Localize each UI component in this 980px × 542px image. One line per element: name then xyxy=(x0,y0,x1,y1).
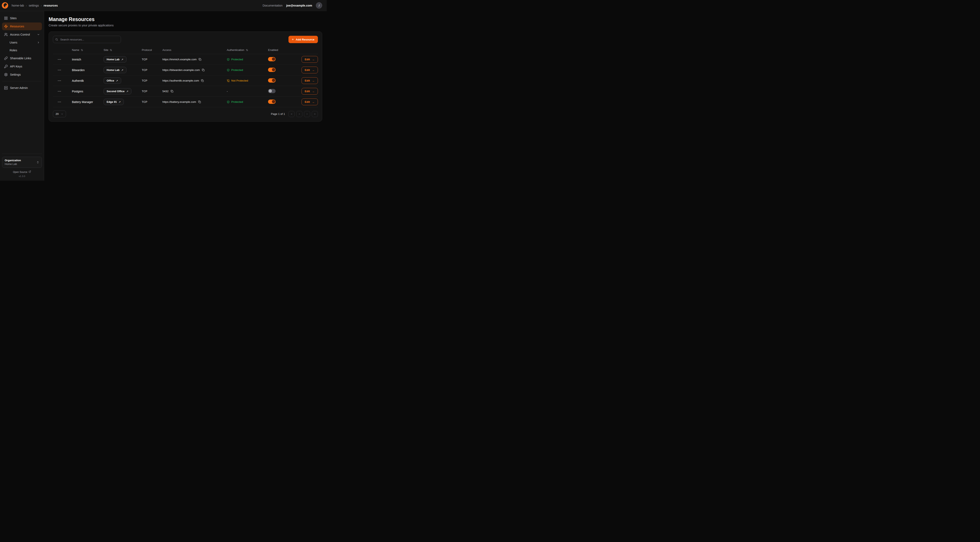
sidebar-item-users[interactable]: Users xyxy=(2,39,42,46)
copy-icon[interactable] xyxy=(199,58,201,61)
site-link-button[interactable]: Home Lab ↗ xyxy=(103,67,126,73)
sort-authentication-button[interactable] xyxy=(246,49,248,51)
page-size-select[interactable]: 20 xyxy=(53,110,66,117)
access-url: https://bitwarden.example.com xyxy=(162,69,200,72)
breadcrumb-org[interactable]: home-lab xyxy=(12,4,24,7)
organization-label: Organization xyxy=(5,159,21,162)
app-logo[interactable] xyxy=(2,2,8,9)
row-menu-button[interactable]: ⋯ xyxy=(53,57,72,61)
table-row: ⋯ Battery Manager Edge 01 ↗ TCP https://… xyxy=(53,97,318,107)
enabled-toggle[interactable] xyxy=(268,57,275,61)
column-header-name: Name xyxy=(72,48,103,51)
edit-button[interactable]: Edit → xyxy=(302,77,318,84)
search-box xyxy=(53,36,121,43)
copy-icon[interactable] xyxy=(201,79,204,82)
copy-icon[interactable] xyxy=(202,69,205,72)
avatar[interactable]: J xyxy=(316,2,322,9)
breadcrumb-separator: › xyxy=(41,4,42,7)
organization-selector[interactable]: Organization Home Lab xyxy=(2,157,42,168)
auth-status: Protected xyxy=(227,69,268,72)
resource-name: Postgres xyxy=(72,90,103,93)
pagination-controls xyxy=(288,111,318,117)
first-page-button[interactable] xyxy=(288,111,294,117)
table-header: Name Site Protocol xyxy=(53,46,318,54)
arrow-right-icon: → xyxy=(312,79,315,82)
row-menu-button[interactable]: ⋯ xyxy=(53,89,72,93)
sort-site-button[interactable] xyxy=(110,49,112,51)
chevron-down-icon xyxy=(61,113,63,115)
edit-button[interactable]: Edit → xyxy=(302,56,318,63)
copy-icon[interactable] xyxy=(198,100,201,104)
chevron-right-icon xyxy=(37,41,40,44)
edit-button[interactable]: Edit → xyxy=(302,99,318,105)
access-url: https://authentik.example.com xyxy=(162,79,199,82)
access-port: 5432 xyxy=(162,90,169,93)
enabled-toggle[interactable] xyxy=(268,68,275,72)
sidebar-item-server-admin[interactable]: Server Admin xyxy=(2,84,42,92)
access-url: https://battery.example.com xyxy=(162,100,196,104)
resource-name: Battery Manager xyxy=(72,100,103,104)
site-link-button[interactable]: Office ↗ xyxy=(103,78,121,84)
main-content: Manage Resources Create secure proxies t… xyxy=(44,11,327,181)
enabled-toggle[interactable] xyxy=(268,78,275,83)
external-link-icon xyxy=(29,171,31,174)
sidebar-item-resources[interactable]: Resources xyxy=(2,22,42,30)
link-icon xyxy=(4,56,8,60)
resource-name: Immich xyxy=(72,58,103,61)
open-source-link[interactable]: Open Source xyxy=(2,171,42,174)
documentation-link[interactable]: Documentation xyxy=(263,4,283,7)
site-link-button[interactable]: Edge 01 ↗ xyxy=(103,99,124,105)
row-menu-button[interactable]: ⋯ xyxy=(53,79,72,82)
previous-page-button[interactable] xyxy=(296,111,302,117)
sidebar-bottom: Organization Home Lab Open Source v1.3.0 xyxy=(2,154,42,177)
enabled-toggle[interactable] xyxy=(268,89,275,93)
page-subtitle: Create secure proxies to your private ap… xyxy=(49,24,322,27)
arrow-up-right-icon: ↗ xyxy=(121,58,123,61)
shield-check-icon xyxy=(227,58,230,61)
sidebar-item-shareable-links[interactable]: Shareable Links xyxy=(2,54,42,62)
enabled-toggle[interactable] xyxy=(268,99,275,104)
users-icon xyxy=(4,33,8,37)
app-root: home-lab › settings › resources Document… xyxy=(0,0,327,181)
arrow-up-right-icon: ↗ xyxy=(119,100,121,104)
sidebar-item-access-control[interactable]: Access Control xyxy=(2,31,42,38)
add-resource-button[interactable]: + Add Resource xyxy=(288,36,318,43)
plus-icon: + xyxy=(292,38,294,41)
sidebar: Sites Resources Access Control xyxy=(0,11,44,181)
breadcrumb-current: resources xyxy=(43,4,57,7)
sidebar-item-label: Settings xyxy=(10,73,21,76)
edit-button[interactable]: Edit → xyxy=(302,88,318,95)
sort-name-button[interactable] xyxy=(81,49,83,51)
sidebar-item-label: Shareable Links xyxy=(10,57,31,60)
row-menu-button[interactable]: ⋯ xyxy=(53,100,72,104)
sidebar-item-settings[interactable]: Settings xyxy=(2,71,42,78)
version-label: v1.3.0 xyxy=(2,175,42,177)
site-link-button[interactable]: Second Office ↗ xyxy=(103,88,131,94)
resource-name: Authentik xyxy=(72,79,103,82)
search-icon xyxy=(55,38,58,41)
sidebar-item-api-keys[interactable]: API Keys xyxy=(2,62,42,70)
copy-icon[interactable] xyxy=(170,90,173,93)
resources-icon xyxy=(4,24,8,28)
table-row: ⋯ Postgres Second Office ↗ TCP 5432 xyxy=(53,86,318,97)
protocol: TCP xyxy=(142,100,162,104)
protocol: TCP xyxy=(142,79,162,82)
arrow-up-right-icon: ↗ xyxy=(126,90,128,93)
edit-button[interactable]: Edit → xyxy=(302,67,318,73)
site-link-button[interactable]: Home Lab ↗ xyxy=(103,56,126,62)
sidebar-item-label: Roles xyxy=(10,49,17,52)
search-input[interactable] xyxy=(53,36,121,43)
sidebar-nav: Sites Resources Access Control xyxy=(2,14,42,92)
row-menu-button[interactable]: ⋯ xyxy=(53,68,72,72)
sidebar-item-sites[interactable]: Sites xyxy=(2,14,42,22)
arrow-right-icon: → xyxy=(312,58,315,61)
auth-status: Not Protected xyxy=(227,79,268,82)
auth-status: Protected xyxy=(227,58,268,61)
column-header-site: Site xyxy=(103,48,142,51)
resources-card: + Add Resource Name Site xyxy=(49,32,322,121)
user-email[interactable]: joe@example.com xyxy=(286,4,312,7)
last-page-button[interactable] xyxy=(312,111,318,117)
sidebar-item-roles[interactable]: Roles xyxy=(2,46,42,54)
next-page-button[interactable] xyxy=(304,111,310,117)
breadcrumb-settings[interactable]: settings xyxy=(29,4,39,7)
